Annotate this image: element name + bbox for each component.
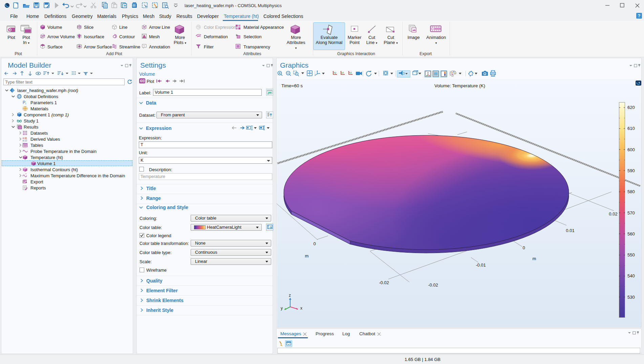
svg-text:-0.02: -0.02 [428, 282, 438, 288]
svg-text:0.02: 0.02 [609, 211, 617, 217]
svg-text:8.85: 8.85 [23, 137, 27, 139]
svg-text:z: z [289, 293, 291, 298]
svg-text:e-12: e-12 [23, 139, 27, 142]
svg-text:xz: xz [349, 71, 352, 74]
svg-text:0.01: 0.01 [566, 228, 574, 233]
svg-text:P: P [23, 100, 25, 105]
svg-text:i: i [25, 102, 26, 105]
svg-text:T: T [143, 45, 145, 48]
svg-text:0: 0 [522, 245, 525, 250]
svg-text:-0.01: -0.01 [476, 263, 486, 268]
svg-text:0: 0 [313, 241, 316, 246]
svg-text:-0.02: -0.02 [379, 280, 389, 285]
svg-text:yz: yz [341, 71, 344, 74]
svg-text:m: m [305, 253, 309, 258]
svg-text:y: y [281, 306, 283, 311]
svg-text:*: * [25, 173, 27, 176]
svg-text:laser_heating_wafer.mph - COMS: laser_heating_wafer.mph - COMSOL Multiph… [185, 3, 282, 8]
svg-text:xy: xy [334, 71, 336, 74]
svg-text:m: m [533, 256, 536, 261]
svg-text:x: x [300, 306, 302, 311]
